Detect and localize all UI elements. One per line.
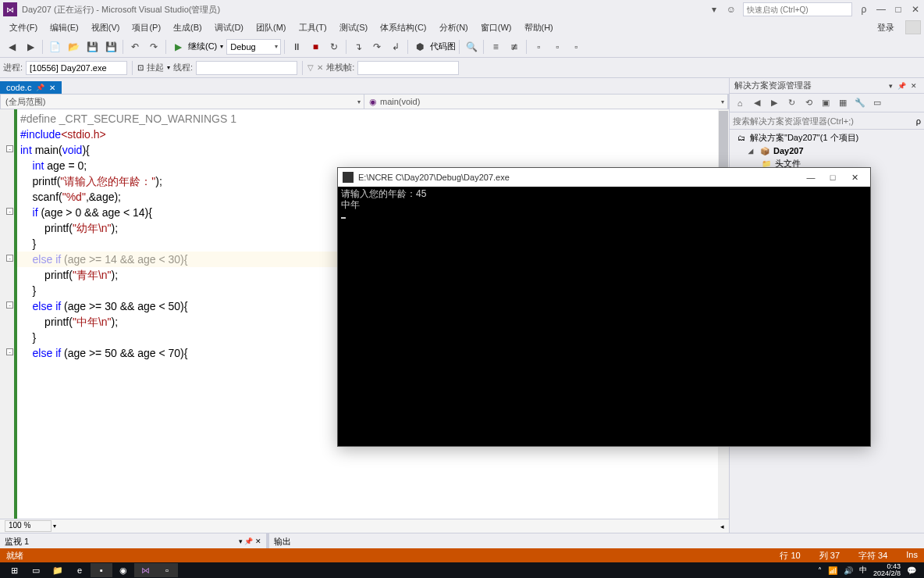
- suspend-label[interactable]: 挂起: [147, 62, 164, 73]
- preview-icon[interactable]: ▭: [870, 96, 884, 110]
- code-view-label[interactable]: 代码图: [430, 41, 456, 52]
- sync-icon[interactable]: ⟲: [801, 96, 816, 110]
- quick-launch-input[interactable]: [743, 2, 852, 16]
- app-icon[interactable]: ▫: [156, 563, 178, 577]
- chrome-icon[interactable]: ◉: [112, 563, 134, 577]
- nav-fwd-icon[interactable]: ▶: [22, 38, 39, 55]
- collapse-icon[interactable]: ▣: [819, 96, 833, 110]
- menu-item[interactable]: 视图(V): [85, 20, 126, 35]
- hex-icon[interactable]: ⬢: [411, 38, 428, 55]
- console-maximize[interactable]: □: [822, 169, 844, 185]
- new-project-icon[interactable]: 📄: [46, 38, 63, 55]
- find-icon[interactable]: 🔍: [463, 38, 480, 55]
- outline-toggle-icon[interactable]: -: [6, 145, 13, 152]
- console-close[interactable]: ✕: [844, 169, 865, 185]
- pin-icon[interactable]: 📌: [36, 84, 44, 91]
- search-icon[interactable]: ρ: [916, 116, 921, 126]
- stop-icon[interactable]: ■: [307, 38, 324, 55]
- clock[interactable]: 0:432024/2/8: [873, 563, 901, 577]
- minimize-button[interactable]: ―: [876, 4, 887, 15]
- maximize-button[interactable]: □: [893, 4, 904, 15]
- menu-item[interactable]: 团队(M): [250, 20, 293, 35]
- save-icon[interactable]: 💾: [84, 38, 101, 55]
- login-link[interactable]: 登录: [869, 20, 902, 35]
- pause-icon[interactable]: ⏸: [288, 38, 305, 55]
- menu-item[interactable]: 工具(T): [293, 20, 333, 35]
- close-button[interactable]: ✕: [910, 4, 921, 15]
- menu-item[interactable]: 文件(F): [3, 20, 44, 35]
- nav-back-icon[interactable]: ◀: [3, 38, 20, 55]
- outline-toggle-icon[interactable]: -: [6, 348, 13, 355]
- notifications-icon[interactable]: ▾: [709, 4, 720, 15]
- start-button[interactable]: ⊞: [3, 563, 25, 577]
- menu-item[interactable]: 体系结构(C): [374, 20, 432, 35]
- notification-icon[interactable]: 💬: [907, 566, 916, 575]
- tab-close-icon[interactable]: ✕: [49, 84, 55, 92]
- panel-pin-icon[interactable]: 📌: [897, 82, 906, 90]
- uncomment-icon[interactable]: ≢: [506, 38, 523, 55]
- tree-project[interactable]: ◢📦Day207: [730, 144, 924, 157]
- menu-item[interactable]: 调试(D): [208, 20, 250, 35]
- comment-icon[interactable]: ≡: [487, 38, 504, 55]
- restart-icon[interactable]: ↻: [325, 38, 343, 55]
- redo-icon[interactable]: ↷: [145, 38, 162, 55]
- stackframe-field[interactable]: [357, 61, 459, 75]
- menu-item[interactable]: 分析(N): [433, 20, 474, 35]
- scope-dropdown[interactable]: (全局范围): [1, 95, 364, 109]
- menu-item[interactable]: 生成(B): [167, 20, 208, 35]
- open-icon[interactable]: 📂: [65, 38, 82, 55]
- terminal-icon[interactable]: ▪: [91, 563, 112, 577]
- tool-icon-1[interactable]: ▫: [530, 38, 547, 55]
- feedback-icon[interactable]: ☺: [726, 4, 737, 15]
- menu-item[interactable]: 测试(S): [333, 20, 375, 35]
- avatar-icon[interactable]: [905, 20, 921, 34]
- wifi-icon[interactable]: 📶: [828, 566, 837, 575]
- solution-search-input[interactable]: [733, 116, 916, 126]
- fwd-icon[interactable]: ▶: [767, 96, 781, 110]
- member-dropdown[interactable]: ◉main(void): [364, 95, 728, 109]
- console-minimize[interactable]: ―: [800, 169, 822, 185]
- status-char: 字符 34: [858, 550, 887, 562]
- console-title-bar[interactable]: E:\NCRE C\Day207\Debug\Day207.exe ― □ ✕: [338, 168, 870, 187]
- outline-toggle-icon[interactable]: -: [6, 255, 13, 262]
- tree-solution-root[interactable]: 🗂解决方案"Day207"(1 个项目): [730, 131, 924, 144]
- menu-item[interactable]: 编辑(E): [44, 20, 85, 35]
- continue-icon[interactable]: ▶: [169, 38, 187, 55]
- properties-icon[interactable]: 🔧: [853, 96, 867, 110]
- continue-button[interactable]: 继续(C): [188, 41, 217, 52]
- vs-taskbar-icon[interactable]: ⋈: [134, 563, 156, 577]
- console-window[interactable]: E:\NCRE C\Day207\Debug\Day207.exe ― □ ✕ …: [337, 167, 871, 447]
- ime-indicator[interactable]: 中: [859, 565, 867, 576]
- tray-up-icon[interactable]: ˄: [818, 566, 822, 575]
- menu-item[interactable]: 帮助(H): [518, 20, 560, 35]
- save-all-icon[interactable]: 💾: [102, 38, 119, 55]
- undo-icon[interactable]: ↶: [126, 38, 144, 55]
- tab-code-c[interactable]: code.c 📌 ✕: [0, 81, 62, 94]
- menu-item[interactable]: 窗口(W): [474, 20, 518, 35]
- refresh-icon[interactable]: ↻: [784, 96, 798, 110]
- task-view-icon[interactable]: ▭: [25, 563, 47, 577]
- step-out-icon[interactable]: ↲: [387, 38, 404, 55]
- outline-toggle-icon[interactable]: -: [6, 208, 13, 215]
- panel-dropdown-icon[interactable]: ▾: [889, 82, 893, 90]
- process-field[interactable]: [10556] Day207.exe: [26, 61, 127, 75]
- thread-field[interactable]: [196, 61, 297, 75]
- console-output[interactable]: 请输入您的年龄：45 中年: [338, 187, 870, 223]
- tool-icon-2[interactable]: ▫: [549, 38, 566, 55]
- step-over-icon[interactable]: ↷: [368, 38, 386, 55]
- show-all-icon[interactable]: ▦: [836, 96, 850, 110]
- explorer-icon[interactable]: 📁: [47, 563, 69, 577]
- panel-close-icon[interactable]: ✕: [911, 82, 917, 90]
- home-icon[interactable]: ⌂: [733, 96, 747, 110]
- step-into-icon[interactable]: ↴: [350, 38, 367, 55]
- edge-icon[interactable]: e: [69, 563, 91, 577]
- back-icon[interactable]: ◀: [750, 96, 764, 110]
- menu-item[interactable]: 项目(P): [126, 20, 167, 35]
- search-dropdown-icon[interactable]: ρ: [858, 4, 869, 15]
- config-dropdown[interactable]: Debug: [226, 39, 281, 55]
- outline-toggle-icon[interactable]: -: [6, 301, 13, 309]
- zoom-field[interactable]: 100 %: [5, 520, 52, 532]
- volume-icon[interactable]: 🔊: [844, 566, 853, 575]
- tool-icon-3[interactable]: ▫: [567, 38, 585, 55]
- solution-toolbar: ⌂ ◀ ▶ ↻ ⟲ ▣ ▦ 🔧 ▭: [730, 94, 924, 112]
